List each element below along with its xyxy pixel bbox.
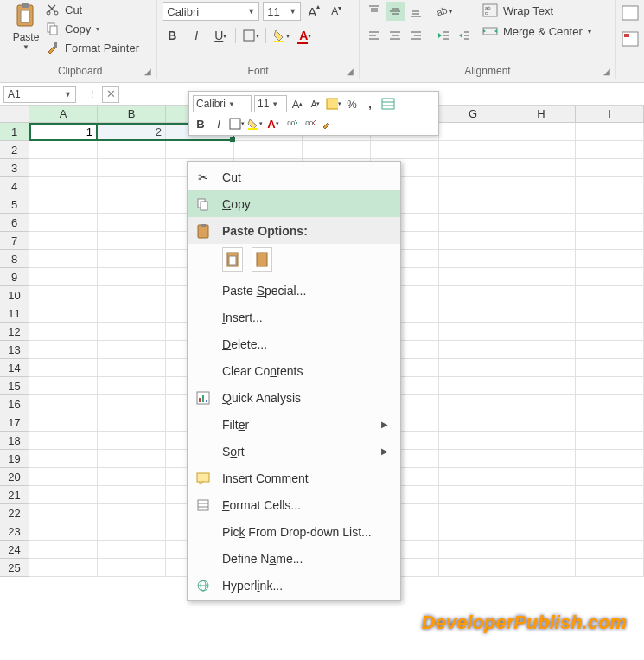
cell[interactable] — [507, 468, 576, 486]
cell[interactable] — [439, 413, 507, 432]
cm-filter[interactable]: Filter▶ — [188, 411, 400, 438]
cell[interactable] — [507, 413, 576, 432]
border-button[interactable]: ▾ — [241, 26, 260, 45]
cell[interactable] — [576, 304, 644, 323]
cell[interactable] — [439, 286, 507, 304]
cell[interactable] — [98, 268, 166, 286]
cm-copy[interactable]: Copy — [188, 190, 400, 217]
cell[interactable] — [439, 250, 507, 268]
row-header[interactable]: 11 — [0, 304, 29, 323]
cell[interactable] — [439, 159, 507, 177]
cm-format-cells[interactable]: Format Cells... — [188, 491, 400, 518]
cell[interactable] — [576, 341, 644, 359]
wrap-text-button[interactable]: abc Wrap Text — [479, 2, 595, 19]
mini-font-size-combo[interactable]: 11▼ — [254, 95, 287, 112]
cell[interactable] — [29, 232, 98, 250]
increase-indent-button[interactable] — [455, 26, 474, 45]
cm-cut[interactable]: ✂ Cut — [188, 163, 400, 190]
cell[interactable] — [98, 522, 166, 541]
row-header[interactable]: 14 — [0, 359, 29, 377]
cell[interactable] — [507, 486, 576, 504]
cell[interactable] — [439, 268, 507, 286]
cell[interactable] — [576, 395, 644, 413]
copy-button[interactable]: Copy ▾ — [43, 21, 142, 36]
cell[interactable] — [29, 304, 98, 323]
cell[interactable] — [576, 432, 644, 450]
mini-font-color[interactable]: A▾ — [265, 116, 281, 131]
cell[interactable] — [576, 486, 644, 504]
cm-insert[interactable]: Insert... — [188, 304, 400, 330]
cell[interactable] — [439, 395, 507, 413]
cell[interactable] — [507, 250, 576, 268]
cell[interactable] — [576, 177, 644, 195]
row-header[interactable]: 8 — [0, 250, 29, 268]
col-header-H[interactable]: H — [507, 106, 576, 123]
cell[interactable] — [98, 468, 166, 486]
cell[interactable] — [576, 268, 644, 286]
cell[interactable] — [576, 559, 644, 577]
align-right-button[interactable] — [406, 26, 425, 45]
cell[interactable] — [29, 432, 98, 450]
cell[interactable] — [439, 541, 507, 559]
mini-fill-color[interactable]: ▾ — [247, 116, 263, 131]
cell[interactable] — [507, 159, 576, 177]
mini-border[interactable]: ▾ — [229, 116, 245, 131]
cell[interactable] — [98, 541, 166, 559]
mini-table-format[interactable] — [380, 96, 396, 112]
cell[interactable] — [29, 522, 98, 541]
cell[interactable] — [29, 250, 98, 268]
cell[interactable] — [29, 450, 98, 468]
row-header[interactable]: 21 — [0, 486, 29, 504]
cm-quick-analysis[interactable]: Quick Analysis — [188, 384, 400, 411]
cell[interactable] — [576, 413, 644, 432]
cell[interactable] — [507, 232, 576, 250]
cell[interactable] — [98, 286, 166, 304]
cell[interactable] — [439, 304, 507, 323]
orientation-button[interactable]: ab▾ — [434, 2, 453, 21]
format-painter-button[interactable]: Format Painter — [43, 40, 142, 55]
cell[interactable] — [166, 141, 234, 159]
mini-increase-decimal[interactable]: .00 — [284, 116, 299, 131]
cell[interactable] — [507, 214, 576, 232]
cell[interactable] — [507, 522, 576, 541]
cm-insert-comment[interactable]: Insert Comment — [188, 465, 400, 491]
mini-percent[interactable]: % — [344, 96, 360, 112]
mini-comma[interactable]: , — [362, 96, 378, 112]
cell[interactable] — [439, 432, 507, 450]
cell[interactable] — [507, 286, 576, 304]
cell[interactable] — [439, 559, 507, 577]
cell[interactable] — [576, 377, 644, 395]
col-header-I[interactable]: I — [576, 106, 644, 123]
cell[interactable] — [234, 141, 303, 159]
row-header[interactable]: 6 — [0, 214, 29, 232]
cell[interactable]: 2 — [98, 123, 166, 141]
mini-accounting-format[interactable]: ▾ — [326, 96, 341, 112]
align-top-button[interactable] — [365, 2, 384, 21]
col-header-B[interactable]: B — [98, 106, 166, 123]
number-format-button[interactable] — [621, 3, 640, 22]
cell[interactable] — [576, 286, 644, 304]
cell[interactable] — [576, 250, 644, 268]
cell[interactable] — [507, 432, 576, 450]
cell[interactable] — [507, 268, 576, 286]
cell[interactable] — [576, 323, 644, 341]
name-box[interactable]: A1▼ — [3, 86, 76, 103]
row-header[interactable]: 15 — [0, 377, 29, 395]
col-header-G[interactable]: G — [439, 106, 507, 123]
cell[interactable] — [439, 359, 507, 377]
cell[interactable] — [98, 359, 166, 377]
row-header[interactable]: 2 — [0, 141, 29, 159]
row-header[interactable]: 25 — [0, 559, 29, 577]
cm-define-name[interactable]: Define Name... — [188, 545, 400, 572]
mini-decrease-decimal[interactable]: .00 — [302, 116, 317, 131]
cell[interactable] — [98, 395, 166, 413]
mini-bold[interactable]: B — [193, 116, 208, 131]
mini-font-name-combo[interactable]: Calibri▼ — [193, 95, 252, 112]
cell[interactable] — [507, 450, 576, 468]
cell[interactable] — [439, 504, 507, 522]
cell[interactable] — [507, 395, 576, 413]
cell[interactable] — [439, 377, 507, 395]
cut-button[interactable]: Cut — [43, 2, 142, 17]
cell[interactable] — [507, 141, 576, 159]
dialog-launcher-clipboard[interactable]: ◢ — [144, 67, 155, 77]
